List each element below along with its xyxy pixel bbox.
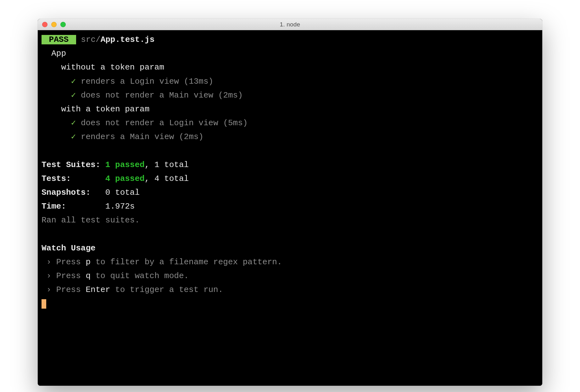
- check-icon: ✓: [71, 77, 76, 86]
- summary-snapshots: Snapshots: 0 total: [42, 186, 538, 199]
- test-case-name: renders a Login view: [81, 77, 179, 86]
- test-file-line: PASS src/App.test.js: [42, 33, 538, 47]
- cursor-icon: [42, 299, 46, 309]
- key-name: Enter: [86, 285, 110, 294]
- watch-item: › Press p to filter by a filename regex …: [42, 255, 538, 269]
- test-case-time: (13ms): [184, 77, 214, 86]
- minimize-icon[interactable]: [51, 22, 57, 27]
- test-case: ✓ does not render a Login view (5ms): [42, 116, 538, 130]
- test-case-time: (2ms): [218, 91, 243, 100]
- terminal-body[interactable]: PASS src/App.test.js App without a token…: [38, 30, 542, 386]
- watch-item: › Press Enter to trigger a test run.: [42, 283, 538, 297]
- check-icon: ✓: [71, 118, 76, 128]
- test-case-time: (5ms): [223, 118, 248, 128]
- watch-item: › Press q to quit watch mode.: [42, 269, 538, 283]
- file-name: App.test.js: [101, 35, 155, 44]
- close-icon[interactable]: [42, 22, 47, 27]
- test-case: ✓ renders a Main view (2ms): [42, 130, 538, 144]
- window-titlebar: 1. node: [38, 19, 542, 30]
- test-case-name: does not render a Login view: [81, 118, 218, 128]
- summary-tests: Tests: 4 passed, 4 total: [42, 172, 538, 186]
- group-title: with a token param: [42, 102, 538, 116]
- summary-suites: Test Suites: 1 passed, 1 total: [42, 158, 538, 172]
- group-title: without a token param: [42, 60, 538, 74]
- window-controls: [42, 22, 66, 27]
- test-case: ✓ does not render a Main view (2ms): [42, 88, 538, 102]
- cursor-line: [42, 297, 538, 311]
- watch-header: Watch Usage: [42, 241, 538, 255]
- key-name: q: [86, 271, 91, 281]
- check-icon: ✓: [71, 91, 76, 100]
- test-case-time: (2ms): [179, 132, 204, 142]
- test-case-name: does not render a Main view: [81, 91, 213, 100]
- key-name: p: [86, 257, 91, 267]
- check-icon: ✓: [71, 132, 76, 142]
- test-case-name: renders a Main view: [81, 132, 174, 142]
- test-case: ✓ renders a Login view (13ms): [42, 75, 538, 88]
- zoom-icon[interactable]: [60, 22, 66, 27]
- pass-badge: PASS: [42, 35, 76, 44]
- window-title: 1. node: [38, 21, 542, 28]
- suite-name: App: [42, 47, 538, 60]
- file-dir: src/: [81, 35, 100, 44]
- summary-time: Time: 1.972s: [42, 199, 538, 213]
- summary-ran: Ran all test suites.: [42, 213, 538, 227]
- terminal-window: 1. node PASS src/App.test.js App without…: [38, 19, 542, 386]
